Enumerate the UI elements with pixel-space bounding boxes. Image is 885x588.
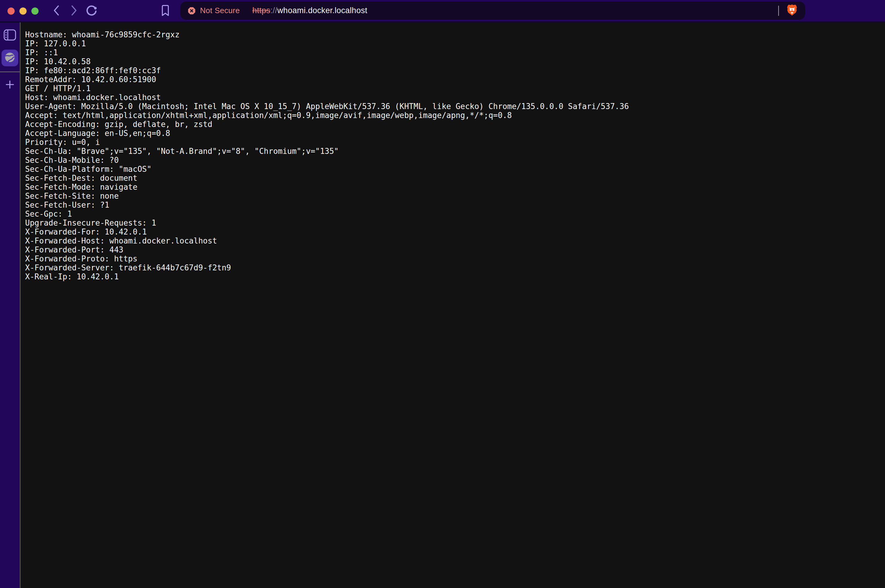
back-button[interactable] — [50, 4, 63, 17]
whoami-response-text: Hostname: whoami-76c9859cfc-2rgxz IP: 12… — [25, 30, 885, 281]
address-bar-divider — [778, 6, 779, 16]
sidebar — [0, 22, 21, 588]
brave-shields-button[interactable] — [786, 4, 798, 18]
chevron-left-icon — [52, 4, 60, 17]
reload-button[interactable] — [85, 4, 98, 17]
url-separator: :// — [270, 6, 277, 15]
plus-icon — [5, 80, 15, 90]
browser-toolbar: Not Secure https://whoami.docker.localho… — [0, 0, 885, 22]
zoom-window-button[interactable] — [32, 8, 39, 15]
sidebar-toggle-button[interactable] — [4, 29, 16, 42]
brave-lion-icon — [786, 4, 798, 18]
close-window-button[interactable] — [8, 8, 15, 15]
url-text: https://whoami.docker.localhost — [252, 6, 367, 15]
url-host: whoami.docker.localhost — [278, 6, 367, 15]
address-bar-right — [778, 4, 798, 18]
window-controls — [8, 8, 39, 15]
active-tab-button[interactable] — [2, 50, 18, 66]
sidebar-divider — [0, 71, 20, 72]
forward-button[interactable] — [68, 4, 81, 17]
reload-icon — [85, 4, 98, 18]
sidebar-panel-icon — [4, 29, 16, 42]
chevron-right-icon — [70, 4, 78, 17]
not-secure-icon — [188, 7, 196, 15]
url-scheme: https — [252, 6, 270, 15]
bookmark-button[interactable] — [159, 4, 172, 17]
browser-window: Not Secure https://whoami.docker.localho… — [0, 0, 885, 588]
minimize-window-button[interactable] — [20, 8, 27, 15]
page-content: Hostname: whoami-76c9859cfc-2rgxz IP: 12… — [21, 23, 885, 588]
security-status-label: Not Secure — [200, 6, 240, 15]
bookmark-icon — [161, 4, 170, 17]
new-tab-button[interactable] — [5, 80, 15, 90]
address-bar[interactable]: Not Secure https://whoami.docker.localho… — [180, 2, 805, 20]
globe-icon — [4, 52, 15, 64]
